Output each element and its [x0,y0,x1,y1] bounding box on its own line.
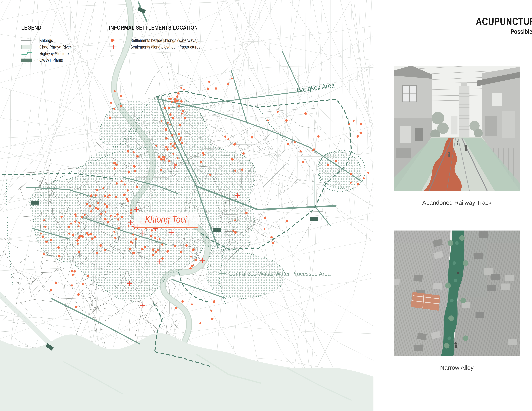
presentation-board: LEGEND Khlongs Chao Phraya River [0,0,532,411]
river-swatch-icon [21,45,32,49]
khlong-line-swatch-icon [21,40,31,40]
photo-caption: Narrow Alley [394,364,520,371]
intervention-panel: ACUPUNCTURAL INTERVENTION IN GREATER BAN… [394,0,532,411]
legend-row-khlongs: Khlongs [21,37,78,44]
legend-row-settlement-cross: Settlements along elevated infrastructur… [109,44,217,50]
map-legend: LEGEND Khlongs Chao Phraya River [21,24,78,63]
dash-icon [219,273,226,274]
photo-narrow-alley: Narrow Alley [394,230,520,371]
photo-grid: Abandoned Railway Track Mega Infrastruct… [394,66,532,371]
red-cross-icon [111,45,116,49]
photo-image [394,66,520,191]
bangkok-map-panel: LEGEND Khlongs Chao Phraya River [0,0,373,411]
cwwt-area-label: Centralized Waste Water Processed Area [219,270,342,277]
khlong-toei-label: Khlong Toei [134,211,198,228]
settlements-legend: INFORMAL SETTLEMENTS LOCATION Settlement… [109,24,217,50]
legend-row-settlement-dot: Settlements beside khlongs (waterways) [109,37,217,44]
legend-row-river: Chao Phraya River [21,44,78,50]
legend-label: Settlements beside khlongs (waterways) [130,38,198,43]
legend-label: Khlongs [39,38,53,43]
legend-label: Highway Stucture [39,51,69,56]
page-title: ACUPUNCTURAL INTERVENTION IN GREATER BAN… [394,0,532,27]
legend-row-cwwt: CWWT Plants [21,57,78,63]
page-subtitle: Possible Replication of the techniques i… [394,28,532,35]
legend-label: Chao Phraya River [39,44,71,50]
legend-row-highway: Highway Stucture [21,50,78,57]
photo-image [394,230,520,356]
photo-abandoned-railway: Abandoned Railway Track [394,66,520,206]
orange-dot-icon [111,39,114,42]
cwwt-swatch-icon [21,58,32,62]
photo-caption: Abandoned Railway Track [394,199,520,206]
legend-heading: LEGEND [21,24,41,31]
legend-label: CWWT Plants [39,57,63,63]
legend-label: Settlements along elevated infrastructur… [130,44,200,50]
settlements-legend-heading: INFORMAL SETTLEMENTS LOCATION [109,24,198,31]
highway-swatch-icon [21,51,32,56]
